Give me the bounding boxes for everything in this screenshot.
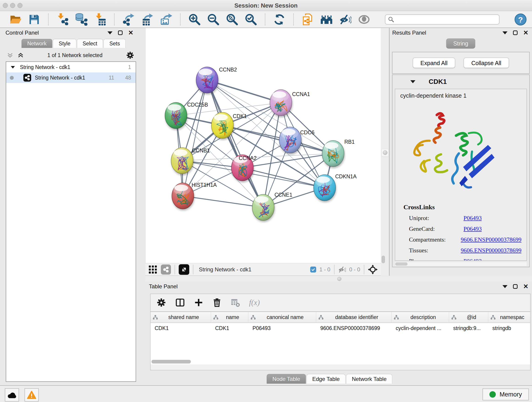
network-edge[interactable] <box>207 80 263 207</box>
results-hscrollbar[interactable] <box>395 262 526 266</box>
table-cell[interactable]: cyclin-dependent ... <box>392 325 449 332</box>
table-hscrollbar[interactable] <box>152 360 529 364</box>
open-session-button[interactable] <box>9 13 22 26</box>
crosslink-link[interactable]: 9606.ENSP00000378699 <box>461 247 521 254</box>
column-header-database-identifier[interactable]: database identifier <box>316 312 392 322</box>
show-columns-icon[interactable] <box>175 298 185 307</box>
zoom-in-button[interactable] <box>188 13 201 26</box>
zoom-out-button[interactable] <box>207 13 220 26</box>
column-header-shared-name[interactable]: shared name <box>151 312 211 322</box>
network-node-cdk1[interactable] <box>211 112 234 138</box>
horizontal-splitter[interactable] <box>145 276 532 282</box>
network-node-cdkn1a[interactable] <box>314 175 336 201</box>
new-network-from-selection-button[interactable] <box>301 13 314 26</box>
first-neighbors-button[interactable] <box>320 13 333 26</box>
birdseye-crosshair-icon[interactable] <box>368 265 378 274</box>
network-canvas[interactable]: CCNB2CCNA1CDC25BCDK1CDC6RB1CCNB1CCNA2CDK… <box>145 28 381 263</box>
table-cell[interactable]: CDK1 <box>211 325 248 332</box>
network-graph[interactable]: CCNB2CCNA1CDC25BCDK1CDC6RB1CCNB1CCNA2CDK… <box>146 28 381 263</box>
splitter-handle[interactable] <box>381 149 389 156</box>
collapse-section-icon[interactable] <box>410 80 415 83</box>
tab-network-table[interactable]: Network Table <box>346 374 393 384</box>
crosslink-link[interactable]: P06493 <box>463 225 481 232</box>
network-edge[interactable] <box>183 80 207 196</box>
cloud-status-button[interactable] <box>5 388 19 402</box>
zoom-selected-button[interactable] <box>244 13 258 26</box>
tab-edge-table[interactable]: Edge Table <box>307 374 346 384</box>
selected-checkbox-icon[interactable] <box>310 267 316 273</box>
table-cell[interactable]: CDK1 <box>151 325 211 332</box>
vertical-splitter[interactable] <box>381 28 389 276</box>
tab-string[interactable]: String <box>446 38 475 49</box>
network-edge[interactable] <box>207 80 281 103</box>
column-header-canonical-name[interactable]: canonical name <box>248 312 316 322</box>
import-network-file-button[interactable] <box>56 13 69 26</box>
splitter-handle[interactable] <box>337 277 341 281</box>
export-table-button[interactable] <box>141 13 154 26</box>
search-input[interactable] <box>396 16 496 23</box>
export-network-button[interactable] <box>122 13 135 26</box>
network-node-ccna1[interactable] <box>270 89 292 116</box>
gear-icon[interactable] <box>126 51 134 59</box>
table-cell[interactable]: P06493 <box>248 325 316 332</box>
network-node-ccnb2[interactable] <box>196 67 218 93</box>
expand-all-icon[interactable] <box>17 52 24 58</box>
close-panel-icon[interactable]: ✕ <box>523 284 528 289</box>
panel-menu-icon[interactable] <box>108 32 113 34</box>
memory-button[interactable]: Memory <box>482 389 529 400</box>
network-node-ccne1[interactable] <box>252 194 274 220</box>
collapse-row-icon[interactable] <box>11 66 15 69</box>
column-header-description[interactable]: description <box>392 312 449 322</box>
expand-all-button[interactable]: Expand All <box>413 57 455 68</box>
crosslink-link[interactable]: P06493 <box>463 215 481 222</box>
panel-menu-icon[interactable] <box>502 285 507 288</box>
float-panel-icon[interactable] <box>513 31 518 35</box>
network-edge[interactable] <box>222 125 333 153</box>
table-settings-gear-icon[interactable] <box>157 298 166 307</box>
table-cell[interactable]: stringdb:9... <box>449 325 488 332</box>
close-panel-icon[interactable]: ✕ <box>128 31 133 35</box>
network-edge[interactable] <box>183 196 263 207</box>
column-header-namespac[interactable]: namespac <box>488 312 530 322</box>
help-button[interactable]: ? <box>515 13 526 26</box>
hide-selected-button[interactable] <box>339 13 352 26</box>
crosslink-link[interactable]: 9606.ENSP00000378699 <box>461 236 521 243</box>
network-node-cdc25b[interactable] <box>165 102 187 128</box>
import-table-file-button[interactable] <box>94 13 107 26</box>
add-column-icon[interactable] <box>194 298 203 307</box>
open-in-new-window-icon[interactable] <box>179 264 189 275</box>
save-session-button[interactable] <box>27 13 41 26</box>
float-panel-icon[interactable] <box>513 284 518 289</box>
apply-layout-button[interactable] <box>273 13 286 26</box>
network-node-cdc6[interactable] <box>279 127 301 153</box>
delete-column-trash-icon[interactable] <box>212 298 222 307</box>
crosslink-link[interactable]: P06493 <box>463 258 481 261</box>
tab-select[interactable]: Select <box>77 39 103 48</box>
close-panel-icon[interactable]: ✕ <box>523 31 528 35</box>
panel-menu-icon[interactable] <box>502 32 507 34</box>
network-node-ccnb1[interactable] <box>171 148 193 174</box>
table-cell[interactable]: stringdb <box>488 325 530 332</box>
tab-network[interactable]: Network <box>22 39 52 48</box>
network-node-hist1h1a[interactable] <box>172 183 194 209</box>
import-network-database-button[interactable] <box>75 13 88 26</box>
collapse-all-button[interactable]: Collapse All <box>463 57 509 68</box>
grid-view-icon[interactable] <box>148 265 157 274</box>
tab-sets[interactable]: Sets <box>104 39 126 48</box>
column-header--id[interactable]: @id <box>449 312 488 322</box>
table-cell[interactable]: 9606.ENSP00000378699 <box>316 325 392 332</box>
column-header-name[interactable]: name <box>211 312 248 322</box>
protein-section-header[interactable]: CDK1 <box>393 75 529 88</box>
network-row-selected[interactable]: String Network - cdk1 11 48 <box>6 72 136 83</box>
network-collection-row[interactable]: String Network - cdk1 1 <box>6 62 136 72</box>
tab-style[interactable]: Style <box>53 39 76 48</box>
warning-status-button[interactable] <box>25 388 39 402</box>
collapse-all-icon[interactable] <box>7 52 13 58</box>
table-row[interactable]: CDK1CDK1P064939606.ENSP00000378699cyclin… <box>151 323 530 333</box>
tab-node-table[interactable]: Node Table <box>267 374 306 384</box>
scrollbar-thumb[interactable] <box>382 256 385 263</box>
show-all-button[interactable] <box>357 13 371 26</box>
export-image-button[interactable] <box>159 13 173 26</box>
float-panel-icon[interactable] <box>118 31 123 35</box>
network-node-rb1[interactable] <box>322 140 344 167</box>
